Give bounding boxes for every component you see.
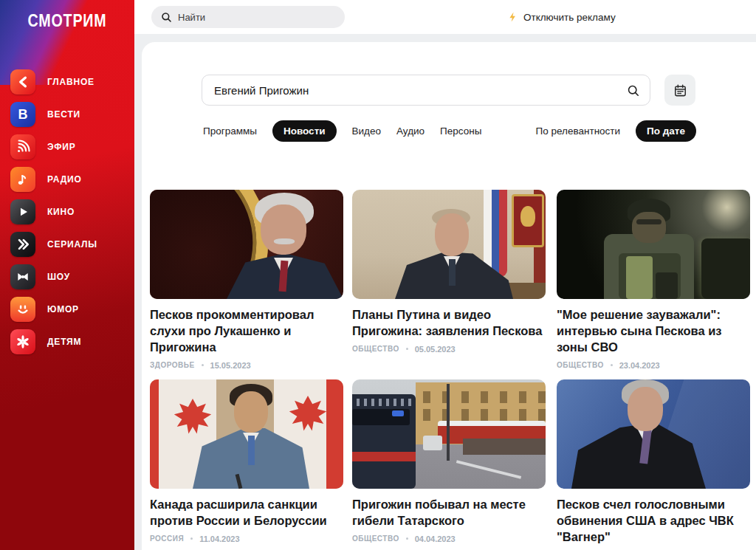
sidebar-nav: ГЛАВНОЕ В ВЕСТИ ЭФИР	[0, 66, 134, 358]
sidebar: СМОТРИМ ГЛАВНОЕ В ВЕСТИ	[0, 0, 134, 550]
mustache	[274, 238, 295, 244]
article-title[interactable]: "Мое решение зауважали": интервью сына П…	[557, 307, 750, 356]
vesti-letter-icon: В	[10, 102, 35, 127]
content-tabs: Программы Новости Видео Аудио Персоны	[203, 120, 481, 142]
result-card[interactable]: Планы Путина и видео Пригожина: заявлени…	[352, 190, 546, 354]
calendar-button[interactable]	[664, 75, 695, 106]
article-title[interactable]: Канада расширила санкции против России и…	[150, 497, 343, 529]
music-note-icon	[10, 167, 35, 192]
sidebar-item-yumor[interactable]: ЮМОР	[0, 293, 134, 326]
person-face	[234, 391, 268, 433]
article-title[interactable]: Песков прокомментировал слухи про Лукаше…	[150, 307, 343, 356]
result-card[interactable]: Пригожин побывал на месте гибели Татарск…	[352, 379, 546, 543]
double-chevron-icon	[10, 232, 35, 257]
sidebar-item-label: РАДИО	[47, 174, 82, 185]
tab-persony[interactable]: Персоны	[440, 126, 481, 137]
sidebar-item-glavnoe[interactable]: ГЛАВНОЕ	[0, 66, 134, 98]
lightning-icon	[508, 11, 518, 23]
article-category: ОБЩЕСТВО	[352, 345, 399, 353]
result-card[interactable]: "Мое решение зауважали": интервью сына П…	[557, 190, 750, 370]
search-icon	[160, 11, 172, 23]
article-thumbnail[interactable]	[352, 190, 546, 299]
meta-dot	[202, 364, 204, 366]
topbar-search-placeholder: Найти	[178, 12, 205, 23]
result-card[interactable]: Песков счел голословными обвинения США в…	[557, 379, 750, 550]
sidebar-item-detyam[interactable]: ДЕТЯМ	[0, 326, 134, 358]
meta-dot	[406, 348, 408, 350]
sidebar-item-label: КИНО	[47, 207, 75, 217]
sort-options: По релевантности По дате	[536, 120, 696, 142]
article-date: 05.05.2023	[415, 345, 456, 354]
lamp-post	[447, 384, 450, 461]
tab-novosti[interactable]: Новости	[272, 120, 337, 142]
search-input[interactable]	[202, 84, 626, 97]
sidebar-item-serialy[interactable]: СЕРИАЛЫ	[0, 228, 134, 261]
result-card[interactable]: Песков прокомментировал слухи про Лукаше…	[150, 190, 343, 370]
signal-icon	[10, 134, 35, 159]
topbar-search[interactable]: Найти	[151, 6, 345, 28]
article-meta: ОБЩЕСТВО 05.05.2023	[352, 345, 546, 354]
meta-dot	[190, 537, 193, 540]
play-icon	[10, 199, 35, 224]
sidebar-item-label: ЭФИР	[47, 142, 75, 152]
article-meta: РОССИЯ 11.04.2023	[150, 534, 343, 543]
bowtie-icon	[10, 264, 35, 289]
article-thumbnail[interactable]	[557, 190, 750, 299]
article-date: 11.04.2023	[199, 534, 239, 543]
sidebar-item-vesti[interactable]: В ВЕСТИ	[0, 98, 134, 131]
article-category: ОБЩЕСТВО	[557, 361, 604, 369]
article-thumbnail[interactable]	[150, 190, 343, 299]
sidebar-item-label: ЮМОР	[47, 304, 79, 314]
balaclava-face	[632, 212, 666, 243]
sidebar-item-radio[interactable]: РАДИО	[0, 163, 134, 196]
calendar-icon	[673, 83, 687, 97]
article-title[interactable]: Песков счел голословными обвинения США в…	[557, 497, 750, 546]
search-submit-icon[interactable]	[626, 83, 640, 97]
meta-dot	[611, 364, 613, 366]
tab-audio[interactable]: Аудио	[396, 126, 425, 137]
sort-by-relevance[interactable]: По релевантности	[536, 126, 621, 137]
tabs-row: Программы Новости Видео Аудио Персоны По…	[203, 119, 696, 142]
sidebar-item-label: СЕРИАЛЫ	[47, 239, 97, 250]
sidebar-item-efir[interactable]: ЭФИР	[0, 131, 134, 163]
sidebar-item-label: ГЛАВНОЕ	[47, 77, 94, 87]
article-date: 04.04.2023	[415, 534, 456, 543]
article-thumbnail[interactable]	[150, 379, 343, 489]
article-date: 23.04.2023	[619, 361, 660, 370]
search-box	[202, 75, 650, 106]
article-meta: ОБЩЕСТВО 23.04.2023	[557, 361, 750, 370]
sidebar-item-label: ДЕТЯМ	[47, 337, 81, 347]
sidebar-item-shou[interactable]: ШОУ	[0, 261, 134, 293]
person-face	[628, 387, 663, 431]
article-title[interactable]: Планы Путина и видео Пригожина: заявлени…	[352, 307, 546, 340]
smiley-icon	[10, 297, 35, 322]
pinwheel-icon	[10, 329, 35, 354]
topbar: Найти Отключить рекламу	[134, 0, 756, 34]
article-thumbnail[interactable]	[352, 379, 546, 489]
sidebar-item-label: ВЕСТИ	[47, 109, 80, 120]
article-thumbnail[interactable]	[557, 379, 750, 489]
tab-programmy[interactable]: Программы	[203, 126, 257, 137]
article-date: 15.05.2023	[210, 361, 251, 370]
article-meta: ОБЩЕСТВО 04.04.2023	[352, 534, 546, 543]
person-face	[261, 204, 306, 255]
russian-flag	[484, 190, 507, 277]
article-meta: ЗДОРОВЬЕ 15.05.2023	[150, 361, 343, 370]
article-category: ЗДОРОВЬЕ	[150, 361, 195, 369]
disable-ads-button[interactable]: Отключить рекламу	[508, 0, 616, 34]
disable-ads-label: Отключить рекламу	[523, 12, 616, 23]
smotrim-logo[interactable]: СМОТРИМ	[12, 10, 122, 31]
article-title[interactable]: Пригожин побывал на месте гибели Татарск…	[352, 497, 546, 529]
meta-dot	[406, 537, 408, 540]
article-category: ОБЩЕСТВО	[352, 534, 399, 543]
result-card[interactable]: Канада расширила санкции против России и…	[150, 379, 343, 543]
sidebar-item-kino[interactable]: КИНО	[0, 196, 134, 228]
sidebar-item-label: ШОУ	[47, 272, 70, 282]
person-face	[435, 213, 469, 256]
tab-video[interactable]: Видео	[352, 126, 381, 137]
article-category: РОССИЯ	[150, 534, 184, 543]
sort-by-date[interactable]: По дате	[636, 120, 696, 142]
smotrim-mark-icon	[10, 69, 35, 94]
smotrim-search-page: СМОТРИМ ГЛАВНОЕ В ВЕСТИ	[0, 0, 756, 550]
